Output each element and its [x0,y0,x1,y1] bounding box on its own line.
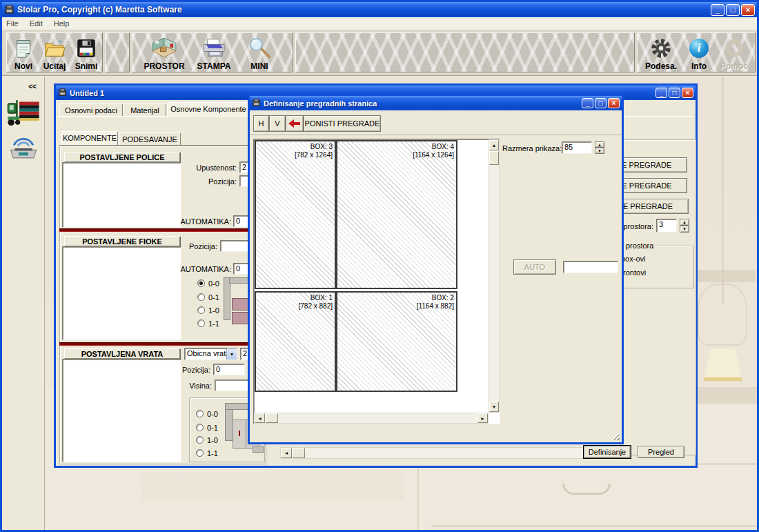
room-icon [151,35,177,61]
scroll-up-arrow[interactable]: ▲ [489,140,499,150]
prostora-field[interactable]: 3 [656,219,677,233]
menu-edit[interactable]: Edit [30,19,43,28]
subtab-podesavanje[interactable]: PODESAVANJE [119,132,181,145]
police-automatika-value: 0 [236,217,240,225]
dialog-close-button[interactable]: × [608,98,620,108]
snimi-button[interactable]: Snimi [70,35,102,71]
fioke-automatika-label: AUTOMATIKA: [172,265,231,273]
vrata-radio-1-1[interactable] [196,449,204,457]
dialog-titlebar[interactable]: Definisanje pregradnih stranica _ □ × [250,96,622,110]
vrata-header: POSTAVLJENA VRATA [64,348,180,359]
box-4[interactable]: BOX: 4 [1164 x 1264] [336,140,457,289]
scale-spin-up[interactable]: ▲ [595,141,604,148]
police-listbox[interactable] [62,162,181,228]
app-maximize-button[interactable]: □ [726,4,740,16]
dialog-minimize-button[interactable]: _ [582,98,593,108]
scroll-thumb[interactable] [293,448,305,458]
box-4-dims: [1164 x 1264] [413,151,454,159]
vrata-listbox[interactable] [62,359,181,462]
podesa-button[interactable]: Podesa. [640,35,682,71]
stampa-button[interactable]: STAMPA [190,35,237,71]
scale-spin-down[interactable]: ▼ [595,148,604,154]
box-2-dims: [1164 x 882] [417,302,454,311]
scroll-right-arrow[interactable]: ► [477,413,488,423]
razmera-prikaza-value: 85 [564,143,573,151]
box-3-dims: [782 x 1264] [295,151,333,159]
scroll-thumb[interactable] [266,413,278,423]
prostora-spin-down[interactable]: ▼ [680,226,689,233]
police-pozicija-label: Pozicija: [187,177,237,186]
menu-file[interactable]: File [6,19,19,28]
novi-button[interactable]: Novi [8,35,39,71]
razmera-prikaza-field[interactable]: 85 [562,141,592,154]
box-4-label: BOX: 4 [413,143,454,151]
pomoc-button: Pomoc [715,35,753,71]
vrata-radio-0-1[interactable] [196,424,204,431]
undo-split-button[interactable] [286,115,304,132]
app-close-button[interactable]: × [741,4,755,16]
scroll-down-arrow[interactable]: ▼ [489,402,499,412]
printer-icon [201,35,227,61]
toolbar-filler-panel [295,32,635,72]
tab-materijal[interactable]: Materijal [124,104,166,116]
app-minimize-button[interactable]: _ [711,4,724,16]
vrata-radio-1-0[interactable] [196,436,204,444]
pregled-button[interactable]: Pregled [638,446,684,458]
box-canvas[interactable]: BOX: 3 [782 x 1264] BOX: 4 [1164 x 1264]… [253,139,500,424]
tab-osnovni-podaci[interactable]: Osnovni podaci [59,104,123,116]
fioke-radio-0-1[interactable] [197,293,205,301]
doc-minimize-button[interactable]: _ [656,88,667,98]
ucitaj-button[interactable]: Ucitaj [39,35,70,71]
combo-dropdown-button[interactable]: ▼ [226,348,237,359]
fioke-radio-1-0[interactable] [197,306,205,314]
info-button[interactable]: i Info [683,35,715,71]
doc-close-button[interactable]: × [682,88,693,98]
prostor-button[interactable]: PROSTOR [139,35,189,71]
definisanje-button[interactable]: Definisanje [584,446,631,458]
ponisti-pregrade-button[interactable]: PONISTI PREGRADE [304,115,381,132]
box-1[interactable]: BOX: 1 [782 x 882] [255,291,336,392]
tab-osnovne-komponente[interactable]: Osnovne Komponente [167,102,250,117]
subtab-komponente[interactable]: KOMPONENTE [61,131,118,145]
vrata-count-value: 2 [243,349,247,357]
doc-maximize-button[interactable]: □ [669,88,680,98]
vrata-pozicija-field[interactable]: 0 [213,364,245,375]
police-automatika-label: AUTOMATIKA: [172,217,231,226]
menu-help[interactable]: Help [54,19,70,28]
horizontal-split-button[interactable]: H [253,115,269,132]
scroll-left-arrow[interactable]: ◄ [281,448,292,458]
mini-button[interactable]: MINI [237,35,282,71]
vertical-split-button[interactable]: V [269,115,286,132]
scroll-left-arrow[interactable]: ◄ [255,413,265,423]
auto-value-field[interactable] [563,261,618,273]
fioke-listbox[interactable] [62,246,181,340]
fioke-pozicija-label: Pozicija: [181,242,217,250]
canvas-vscrollbar[interactable]: ▲ ▼ [489,139,500,413]
forklift-icon[interactable] [6,96,41,130]
ucitaj-label: Ucitaj [43,61,66,71]
vrata-pozicija-value: 0 [216,365,220,373]
pregrade-dialog: Definisanje pregradnih stranica _ □ × H … [248,94,624,444]
dialog-maximize-button[interactable]: □ [595,98,607,108]
prostora-groupbox: prostora box-ovi frontovi [615,246,694,288]
box-3[interactable]: BOX: 3 [782 x 1264] [255,140,336,289]
app-titlebar[interactable]: Stolar Pro, Copyright (c) Maretta Softwa… [2,2,757,17]
h-button-label: H [259,119,264,128]
vrata-radio-0-0[interactable] [196,410,204,417]
pregled-label: Pregled [648,448,674,456]
fioke-radio-0-0[interactable] [197,279,205,287]
doc-hscrollbar[interactable]: ◄ ► [280,447,604,459]
vrata-type-combo[interactable]: Obicna vrata ▼ [184,348,237,360]
open-folder-icon [43,35,66,61]
box-2[interactable]: BOX: 2 [1164 x 882] [336,291,457,392]
sidebar-collapse-button[interactable]: << [24,81,41,92]
toolbar-settings-panel: Podesa. i Info Pomoc [637,32,756,72]
canvas-hscrollbar[interactable]: ◄ ► [254,413,489,424]
red-left-arrow-icon [288,119,301,128]
fioke-pozicija-field[interactable] [220,240,250,252]
scroll-thumb[interactable] [489,151,499,165]
scanner-icon[interactable] [8,135,39,164]
dialog-resize-grip[interactable] [611,432,620,440]
fioke-radio-1-1[interactable] [197,319,205,327]
prostora-spin-up[interactable]: ▲ [680,219,689,226]
